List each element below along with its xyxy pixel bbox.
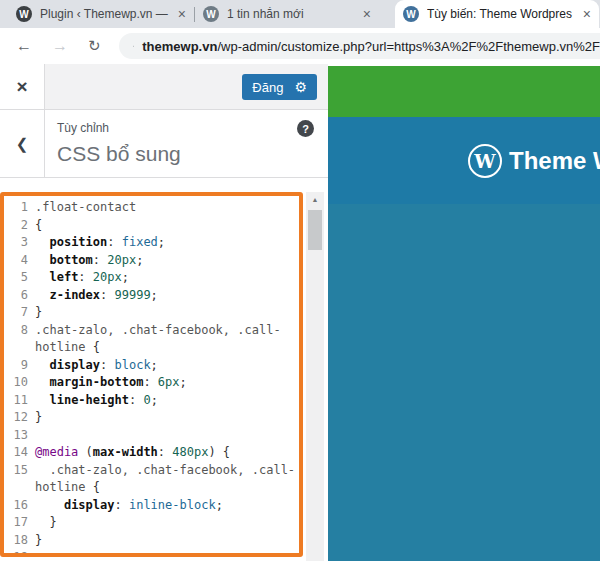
code-line: 5 left: 20px;: [4, 269, 299, 287]
gear-icon[interactable]: ⚙: [294, 79, 307, 95]
code-line: 18}: [4, 532, 299, 550]
code-text: margin-bottom: 6px;: [35, 374, 187, 392]
line-number: 8: [4, 322, 35, 340]
section-title: CSS bổ sung: [57, 142, 181, 166]
line-number: 13: [4, 427, 35, 445]
forward-icon[interactable]: →: [52, 37, 68, 55]
code-line: 10 margin-bottom: 6px;: [4, 374, 299, 392]
code-text: {: [35, 217, 42, 235]
line-number: 12: [4, 409, 35, 427]
browser-tab[interactable]: W1 tin nhắn mới×: [195, 0, 379, 28]
line-number: 6: [4, 287, 35, 305]
line-number: 10: [4, 374, 35, 392]
scrollbar-thumb[interactable]: [308, 210, 322, 250]
code-line: hotline {: [4, 339, 299, 357]
code-text: display: inline-block;: [35, 497, 223, 515]
line-number: 5: [4, 269, 35, 287]
code-editor[interactable]: 1.float-contact2{3 position: fixed;4 bot…: [0, 192, 303, 557]
code-text: @media (max-width: 480px) {: [35, 444, 230, 462]
code-line: 1.float-contact: [4, 199, 299, 217]
address-bar[interactable]: themewp.vn/wp-admin/customize.php?url=ht…: [119, 33, 600, 59]
back-section-button[interactable]: ❮: [0, 110, 45, 177]
lock-icon: [133, 39, 134, 53]
code-line: 3 position: fixed;: [4, 234, 299, 252]
tab-strip: WPlugin ‹ Themewp.vn — W×W1 tin nhắn mới…: [0, 0, 600, 28]
help-icon[interactable]: ?: [297, 120, 314, 137]
code-text: }: [35, 532, 42, 550]
site-preview: W Theme W: [328, 64, 600, 561]
publish-button[interactable]: Đăng ⚙: [242, 74, 317, 100]
back-icon[interactable]: ←: [16, 37, 32, 55]
site-brand[interactable]: W Theme W: [468, 144, 600, 178]
line-number: [4, 479, 35, 497]
code-line: 4 bottom: 20px;: [4, 252, 299, 270]
code-text: left: 20px;: [35, 269, 129, 287]
code-text: .chat-zalo, .chat-facebook, .call-: [35, 462, 295, 480]
section-titles: Tùy chỉnh CSS bổ sung: [57, 121, 181, 166]
code-text: hotline {: [35, 479, 100, 497]
line-number: 7: [4, 304, 35, 322]
browser-window: WPlugin ‹ Themewp.vn — W×W1 tin nhắn mới…: [0, 0, 600, 561]
url-path: /wp-admin/customize.php?url=https%3A%2F%…: [217, 39, 600, 54]
line-number: 15: [4, 462, 35, 480]
line-number: 19: [4, 549, 35, 557]
line-number: 14: [4, 444, 35, 462]
preview-body: [328, 204, 600, 561]
code-text: bottom: 20px;: [35, 252, 143, 270]
code-line: 11 line-height: 0;: [4, 392, 299, 410]
code-text: }: [35, 514, 57, 532]
url-domain: themewp.vn: [142, 39, 217, 54]
code-line: 13: [4, 427, 299, 445]
site-brand-text: Theme W: [509, 147, 600, 175]
code-text: z-index: 99999;: [35, 287, 158, 305]
line-number: 11: [4, 392, 35, 410]
close-customizer-button[interactable]: ×: [0, 64, 45, 109]
browser-tab[interactable]: WTùy biến: Theme Wordpres×: [395, 0, 599, 28]
preview-green-bar: [328, 66, 600, 117]
line-number: 18: [4, 532, 35, 550]
scrollbar-up-arrow-icon[interactable]: ▲: [306, 192, 324, 206]
publish-button-label: Đăng: [252, 80, 283, 95]
code-text: position: fixed;: [35, 234, 165, 252]
line-number: 3: [4, 234, 35, 252]
code-line: 16 display: inline-block;: [4, 497, 299, 515]
code-line: 12}: [4, 409, 299, 427]
code-text: .float-contact: [35, 199, 136, 217]
wordpress-icon: W: [203, 6, 219, 22]
browser-toolbar: ← → ↻ themewp.vn/wp-admin/customize.php?…: [0, 28, 600, 64]
section-header: ❮ Tùy chỉnh CSS bổ sung ?: [0, 110, 328, 178]
tab-close-icon[interactable]: ×: [583, 7, 591, 21]
line-number: 4: [4, 252, 35, 270]
line-number: 2: [4, 217, 35, 235]
line-number: 17: [4, 514, 35, 532]
code-line: 6 z-index: 99999;: [4, 287, 299, 305]
reload-icon[interactable]: ↻: [88, 37, 101, 55]
line-number: 9: [4, 357, 35, 375]
tab-close-icon[interactable]: ×: [363, 7, 371, 21]
wordpress-icon: W: [403, 6, 419, 22]
code-text: .chat-zalo, .chat-facebook, .call-: [35, 322, 281, 340]
panel-label: Tùy chỉnh: [57, 121, 181, 135]
line-number: 1: [4, 199, 35, 217]
code-text: display: block;: [35, 357, 158, 375]
code-text: }: [35, 409, 42, 427]
code-text: line-height: 0;: [35, 392, 158, 410]
tab-title: Plugin ‹ Themewp.vn — W: [40, 7, 170, 21]
code-text: }: [35, 304, 42, 322]
code-line: 14@media (max-width: 480px) {: [4, 444, 299, 462]
tab-close-icon[interactable]: ×: [178, 7, 186, 21]
preview-header-band: W Theme W: [328, 117, 600, 204]
panel-scrollbar[interactable]: ▲: [306, 192, 324, 561]
tab-title: 1 tin nhắn mới: [227, 7, 355, 21]
code-line: hotline {: [4, 479, 299, 497]
url-text: themewp.vn/wp-admin/customize.php?url=ht…: [142, 39, 600, 54]
code-line: 19: [4, 549, 299, 557]
code-line: 17 }: [4, 514, 299, 532]
code-line: 8.chat-zalo, .chat-facebook, .call-: [4, 322, 299, 340]
code-text: hotline {: [35, 339, 100, 357]
browser-tab[interactable]: WPlugin ‹ Themewp.vn — W×: [8, 0, 194, 28]
tab-title: Tùy biến: Theme Wordpres: [427, 7, 575, 21]
wordpress-icon: W: [16, 6, 32, 22]
code-line: 2{: [4, 217, 299, 235]
line-number: [4, 339, 35, 357]
